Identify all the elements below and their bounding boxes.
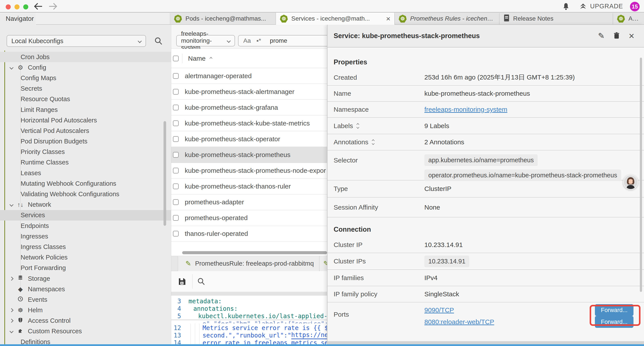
- row-checkbox[interactable]: [173, 120, 179, 126]
- table-row[interactable]: thanos-ruler-operated: [171, 226, 327, 242]
- kubeconfig-select[interactable]: Local Kubeconfigs: [6, 35, 146, 47]
- namespace-link[interactable]: freeleaps-monitoring-system: [424, 106, 507, 113]
- row-checkbox[interactable]: [173, 73, 179, 79]
- port-link[interactable]: 9090/TCP: [424, 306, 454, 314]
- row-checkbox[interactable]: [173, 152, 179, 158]
- table-row[interactable]: prometheus-adapter: [171, 194, 327, 210]
- sidebar-scrollbar[interactable]: [164, 121, 166, 226]
- tab-services[interactable]: ☸ Services - icecheng@math... ×: [276, 12, 394, 25]
- table-row[interactable]: kube-prometheus-stack-kube-state-metrics: [171, 115, 327, 131]
- user-avatar[interactable]: [623, 175, 638, 190]
- sidebar-item-services[interactable]: Services: [0, 210, 171, 221]
- edit-icon[interactable]: ✎: [598, 32, 604, 40]
- sidebar-item-port-forwarding[interactable]: Port Forwarding: [0, 263, 171, 273]
- table-row-selected[interactable]: kube-prometheus-stack-prometheus: [171, 147, 327, 163]
- sidebar-item-runtime-classes[interactable]: Runtime Classes: [0, 157, 171, 168]
- back-arrow-icon[interactable]: [33, 3, 43, 10]
- code-line: 3metadata:: [171, 297, 327, 305]
- expand-toggle-icon[interactable]: [372, 140, 374, 145]
- sidebar-item-namespaces[interactable]: ◆Namespaces: [0, 284, 171, 294]
- sidebar-item-secrets[interactable]: Secrets: [0, 83, 171, 94]
- sidebar-item-definitions[interactable]: Definitions: [0, 337, 171, 344]
- row-checkbox[interactable]: [173, 199, 179, 205]
- table-row[interactable]: kube-prometheus-stack-prometheus-node-ex…: [171, 163, 327, 179]
- row-checkbox[interactable]: [173, 89, 179, 95]
- sidebar-item-network-policies[interactable]: Network Policies: [0, 252, 171, 263]
- expand-toggle-icon[interactable]: [357, 123, 359, 128]
- horizontal-scrollbar[interactable]: [182, 251, 327, 254]
- sidebar-item-storage[interactable]: Storage: [0, 273, 171, 284]
- minimize-window-button[interactable]: [14, 4, 20, 9]
- table-row[interactable]: kube-prometheus-stack-thanos-ruler: [171, 179, 327, 194]
- close-window-button[interactable]: [6, 4, 11, 9]
- sidebar-item-helm[interactable]: ☸Helm: [0, 305, 171, 316]
- sidebar-item-cron-jobs[interactable]: Cron Jobs: [0, 52, 171, 62]
- sidebar-item-events[interactable]: Events: [0, 294, 171, 305]
- tab-prometheus-rules[interactable]: ☸ Prometheus Rules - icecheng...: [394, 13, 499, 24]
- close-tab-icon[interactable]: ×: [386, 14, 390, 23]
- table-row[interactable]: kube-prometheus-stack-operator: [171, 131, 327, 147]
- search-icon[interactable]: [197, 277, 206, 287]
- sidebar-item-validating-webhook-configurations[interactable]: Validating Webhook Configurations: [0, 189, 171, 199]
- sidebar-item-access-control[interactable]: Access Control: [0, 316, 171, 326]
- name-column-header[interactable]: Name: [188, 55, 212, 62]
- editor-tab-prometheusrule[interactable]: ✎ PrometheusRule: freeleaps-prod-rabbitm…: [178, 256, 319, 271]
- sidebar-item-ingresses[interactable]: Ingresses: [0, 231, 171, 242]
- tab-release-notes[interactable]: Release Notes: [499, 13, 613, 24]
- table-row[interactable]: alertmanager-operated: [171, 68, 327, 84]
- service-detail-panel: Service: kube-prometheus-stack-prometheu…: [327, 25, 644, 344]
- row-checkbox[interactable]: [173, 231, 179, 237]
- sidebar-item-custom-resources[interactable]: Custom Resources: [0, 326, 171, 337]
- save-icon[interactable]: [177, 277, 186, 287]
- notification-count-badge[interactable]: 15: [630, 2, 640, 11]
- table-row[interactable]: prometheus-operated: [171, 210, 327, 226]
- upgrade-button[interactable]: UPGRADE: [579, 2, 623, 10]
- code-link[interactable]: https://net: [291, 331, 327, 339]
- code-line: 4annotations:: [171, 305, 327, 312]
- detail-row-session-affinity: Session Affinity None: [328, 198, 644, 217]
- navigator-panel-tab[interactable]: Navigator: [0, 12, 36, 25]
- editor-tab-partial[interactable]: ✎: [320, 256, 327, 271]
- editor-toolbar: [171, 271, 327, 292]
- select-all-checkbox[interactable]: [173, 56, 179, 61]
- tab-pods[interactable]: ☸ Pods - icecheng@mathmas...: [170, 13, 276, 24]
- table-row[interactable]: kube-prometheus-stack-grafana: [171, 100, 327, 115]
- sidebar-item-limit-ranges[interactable]: Limit Ranges: [0, 104, 171, 115]
- tab-argo[interactable]: ☸ Argo Se: [613, 13, 644, 24]
- match-case-toggle[interactable]: Aa: [243, 37, 251, 44]
- port-link[interactable]: 8080:reloader-web/TCP: [424, 318, 494, 326]
- sidebar-item-mutating-webhook-configurations[interactable]: Mutating Webhook Configurations: [0, 178, 171, 189]
- sidebar-item-vertical-pod-autoscalers[interactable]: Vertical Pod Autoscalers: [0, 125, 171, 136]
- delete-trash-icon[interactable]: [613, 31, 620, 40]
- sidebar-item-pod-disruption-budgets[interactable]: Pod Disruption Budgets: [0, 136, 171, 147]
- row-checkbox[interactable]: [173, 215, 179, 221]
- annotation-highlight-box: [590, 305, 640, 326]
- sidebar-item-endpoints[interactable]: Endpoints: [0, 221, 171, 231]
- notifications-bell-icon[interactable]: [562, 2, 570, 11]
- sidebar-item-network[interactable]: ↑↓Network: [0, 200, 171, 210]
- sidebar-item-priority-classes[interactable]: Priority Classes: [0, 147, 171, 157]
- sidebar-item-config[interactable]: ⚙Config: [0, 62, 171, 73]
- maximize-window-button[interactable]: [23, 4, 28, 9]
- row-checkbox[interactable]: [173, 184, 179, 189]
- row-checkbox[interactable]: [173, 136, 179, 142]
- sidebar-item-horizontal-pod-autoscalers[interactable]: Horizontal Pod Autoscalers: [0, 115, 171, 125]
- search-icon[interactable]: [154, 36, 163, 45]
- detail-scrollbar[interactable]: [640, 58, 642, 292]
- search-input[interactable]: Aa ▪* prome: [238, 35, 327, 46]
- sidebar-item-ingress-classes[interactable]: Ingress Classes: [0, 242, 171, 252]
- namespace-select[interactable]: freeleaps-monitoring-system: [176, 35, 235, 46]
- table-row[interactable]: kube-prometheus-stack-alertmanager: [171, 84, 327, 100]
- sidebar-item-config-maps[interactable]: Config Maps: [0, 73, 171, 83]
- chevron-down-icon: [138, 39, 142, 43]
- row-checkbox[interactable]: [173, 105, 179, 110]
- regex-toggle[interactable]: ▪*: [256, 37, 261, 44]
- sidebar-item-resource-quotas[interactable]: Resource Quotas: [0, 94, 171, 104]
- close-icon[interactable]: ×: [629, 31, 634, 41]
- sidebar-item-leases[interactable]: Leases: [0, 168, 171, 178]
- detail-row-created: Created 253d 16h 6m ago (2025年1月13日 GMT+…: [328, 70, 644, 86]
- app-window: UPGRADE 15 Navigator ☸ Pods - icecheng@m…: [0, 0, 644, 346]
- forward-arrow-icon[interactable]: [48, 3, 58, 10]
- yaml-editor[interactable]: 3metadata: 4annotations: 5kubectl.kubern…: [171, 296, 327, 344]
- row-checkbox[interactable]: [173, 168, 179, 173]
